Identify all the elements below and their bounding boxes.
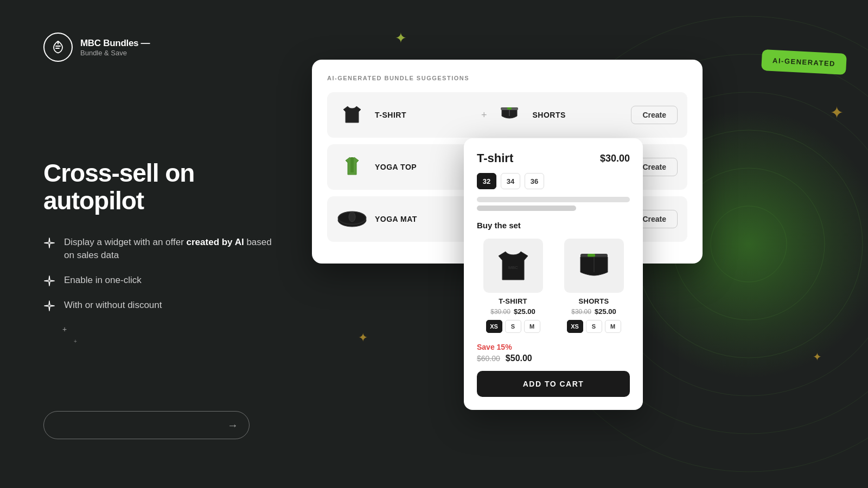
product-card-tshirt: MBC T-SHIRT $30.00 $25.00 XS S M [477, 239, 549, 333]
deco-plus-2: + [74, 338, 77, 344]
bundle-card-title: AI-GENERATED BUNDLE SUGGESTIONS [327, 75, 687, 81]
shorts-new-price: $25.00 [595, 307, 616, 316]
shorts-size-s[interactable]: S [586, 320, 602, 333]
bundle-product-shorts-name: SHORTS [532, 111, 565, 119]
product-card-tshirt-prices: $30.00 $25.00 [490, 307, 535, 316]
tshirt-old-price: $30.00 [490, 308, 510, 316]
product-card-shorts: SHORTS $30.00 $25.00 XS S M [558, 239, 630, 333]
tshirt-size-m[interactable]: M [524, 320, 540, 333]
popup-price: $30.00 [600, 153, 630, 164]
feature-item-3: With or without discount [43, 299, 282, 312]
headline: Cross-sell on autopilot [43, 159, 282, 214]
sparkle-icon-2 [43, 275, 55, 287]
product-cards-row: MBC T-SHIRT $30.00 $25.00 XS S M [477, 239, 630, 333]
feature-text-2: Enable in one-click [64, 274, 142, 287]
deco-sparkle-mid: ✦ [358, 331, 368, 345]
product-card-tshirt-img: MBC [483, 239, 543, 293]
tshirt-new-price: $25.00 [514, 307, 535, 316]
save-label: Save 15% [477, 343, 630, 351]
bundle-product-yoga-mat-name: YOGA MAT [375, 215, 417, 223]
bundle-row-1: T-SHIRT + SHORTS Create [327, 92, 687, 138]
bundle-product-yoga-top-name: YOGA TOP [375, 163, 417, 171]
shorts-size-xs[interactable]: XS [567, 320, 583, 333]
brand-subtitle: Bundle & Save [80, 49, 150, 57]
yoga-top-icon [340, 154, 364, 180]
size-btn-32[interactable]: 32 [477, 173, 496, 189]
tshirt-size-s[interactable]: S [505, 320, 521, 333]
bundle-product-tshirt: T-SHIRT [337, 100, 474, 130]
features-list: Display a widget with an offer created b… [43, 236, 282, 312]
svg-point-5 [711, 206, 787, 282]
shorts-img [494, 100, 525, 130]
feature-item-1: Display a widget with an offer created b… [43, 236, 282, 262]
popup-shorts-icon [572, 244, 616, 287]
product-card-tshirt-name: T-SHIRT [499, 297, 527, 305]
shorts-sizes-row: XS S M [567, 320, 621, 333]
svg-rect-23 [588, 254, 595, 257]
svg-text:MBC: MBC [508, 265, 518, 270]
size-line-2 [477, 206, 576, 211]
logo-icon [43, 33, 73, 62]
size-btn-36[interactable]: 36 [525, 173, 544, 189]
svg-rect-9 [350, 157, 354, 172]
brand-title: MBC Bundles — [80, 38, 150, 49]
product-popup: T-shirt $30.00 32 34 36 Buy the set MBC … [464, 138, 643, 410]
create-btn-1[interactable]: Create [631, 106, 678, 124]
deco-sparkle-right-bottom: ✦ [813, 350, 822, 363]
tshirt-size-xs[interactable]: XS [486, 320, 502, 333]
save-old-price: $60.00 [477, 354, 500, 363]
save-prices: $60.00 $50.00 [477, 354, 630, 363]
svg-rect-8 [507, 107, 512, 110]
tshirt-img [337, 100, 367, 130]
deco-plus-1: + [62, 325, 67, 333]
tshirt-icon [339, 102, 365, 128]
bundle-product-yoga-mat: YOGA MAT [337, 204, 474, 234]
size-btn-34[interactable]: 34 [501, 173, 520, 189]
deco-sparkle-top: ✦ [395, 30, 407, 47]
feature-text-1: Display a widget with an offer created b… [64, 236, 282, 262]
logo-text: MBC Bundles — Bundle & Save [80, 38, 150, 57]
bundle-product-tshirt-name: T-SHIRT [375, 111, 406, 119]
bundle-plus-1: + [481, 110, 487, 121]
popup-header: T-shirt $30.00 [477, 151, 630, 165]
feature-text-3: With or without discount [64, 299, 162, 312]
save-new-price: $50.00 [506, 354, 532, 363]
shorts-size-m[interactable]: M [605, 320, 621, 333]
deco-sparkle-right-top: ✦ [830, 103, 844, 122]
product-card-shorts-prices: $30.00 $25.00 [571, 307, 616, 316]
yoga-top-img [337, 152, 367, 182]
size-selector: 32 34 36 [477, 173, 630, 189]
add-to-cart-button[interactable]: ADD TO CART [477, 371, 630, 397]
product-card-shorts-name: SHORTS [579, 297, 609, 305]
product-card-shorts-img [564, 239, 624, 293]
sparkle-icon-3 [43, 300, 55, 312]
svg-point-14 [349, 212, 355, 222]
bundle-product-yoga-top: YOGA TOP [337, 152, 474, 182]
size-lines [477, 197, 630, 211]
bottom-search-bar: → [43, 411, 250, 439]
bundle-product-shorts: SHORTS [494, 100, 631, 130]
sparkle-icon-1 [43, 237, 55, 249]
shorts-icon [497, 103, 521, 127]
feature-item-2: Enable in one-click [43, 274, 282, 287]
size-line-1 [477, 197, 630, 202]
save-section: Save 15% $60.00 $50.00 [477, 343, 630, 363]
tshirt-sizes-row: XS S M [486, 320, 540, 333]
yoga-mat-img [337, 204, 367, 234]
ai-badge: AI-GENERATED [761, 49, 847, 75]
popup-title: T-shirt [477, 151, 513, 165]
yoga-mat-icon [337, 208, 367, 230]
bottom-arrow: → [227, 419, 238, 432]
buy-set-label: Buy the set [477, 221, 630, 230]
logo-row: MBC Bundles — Bundle & Save [43, 33, 282, 62]
popup-tshirt-icon: MBC [492, 244, 535, 287]
shorts-old-price: $30.00 [571, 308, 591, 316]
